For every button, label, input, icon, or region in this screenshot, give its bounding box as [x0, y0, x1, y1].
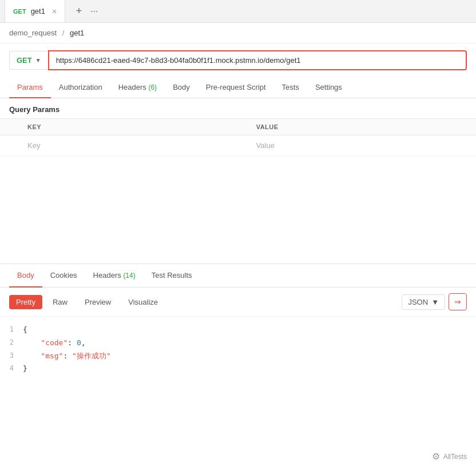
params-table: KEY VALUE Key Value — [0, 118, 476, 156]
query-params-header: Query Params — [0, 98, 476, 118]
response-tabs: Body Cookies Headers (14) Test Results — [0, 264, 476, 288]
line-num-2: 2 — [0, 337, 23, 349]
breadcrumb-separator: / — [62, 29, 65, 37]
format-pretty-button[interactable]: Pretty — [9, 295, 42, 309]
col-value-header: VALUE — [247, 119, 476, 135]
method-select[interactable]: GET ▼ — [9, 51, 48, 70]
tab-add-button[interactable]: + — [70, 2, 88, 21]
format-visualize-button[interactable]: Visualize — [121, 295, 165, 309]
tab-tests[interactable]: Tests — [274, 77, 307, 98]
res-tab-headers[interactable]: Headers (14) — [85, 264, 144, 288]
line-content-3: "msg": "操作成功" — [23, 350, 111, 362]
wrap-icon: ⇒ — [454, 297, 461, 306]
tab-more-button[interactable]: ··· — [90, 6, 98, 17]
tab-item-get1[interactable]: GET get1 × — [5, 0, 65, 22]
row-value-placeholder[interactable]: Value — [247, 135, 476, 156]
tab-close-button[interactable]: × — [52, 7, 57, 16]
res-tab-test-results[interactable]: Test Results — [144, 264, 200, 288]
tab-headers[interactable]: Headers (6) — [110, 77, 165, 98]
tab-authorization[interactable]: Authorization — [51, 77, 110, 98]
line-num-1: 1 — [0, 324, 23, 336]
url-bar: GET ▼ https://6486cd21-eaed-49c7-b8d3-b0… — [0, 43, 476, 77]
format-preview-button[interactable]: Preview — [78, 295, 118, 309]
line-content-2: "code": 0, — [23, 337, 86, 349]
table-row: Key Value — [0, 135, 476, 156]
format-bar: Pretty Raw Preview Visualize JSON ▼ ⇒ — [0, 288, 476, 317]
tab-bar: GET get1 × + ··· — [0, 0, 476, 23]
chevron-down-icon: ▼ — [35, 57, 41, 63]
breadcrumb-parent[interactable]: demo_request — [9, 29, 57, 37]
code-line-3: 3 "msg": "操作成功" — [0, 350, 476, 363]
line-num-3: 3 — [0, 350, 23, 362]
line-content-1: { — [23, 324, 27, 336]
spacer — [0, 156, 476, 259]
breadcrumb: demo_request / get1 — [0, 23, 476, 43]
res-headers-badge: (14) — [123, 272, 135, 280]
line-content-4: } — [23, 363, 27, 375]
response-section: Body Cookies Headers (14) Test Results P… — [0, 264, 476, 382]
headers-badge: (6) — [148, 83, 157, 91]
tab-params[interactable]: Params — [9, 77, 51, 98]
code-block: 1 { 2 "code": 0, 3 "msg": "操作成功" 4 } — [0, 317, 476, 382]
code-line-2: 2 "code": 0, — [0, 337, 476, 350]
url-input[interactable]: https://6486cd21-eaed-49c7-b8d3-b04fa0b0… — [48, 50, 467, 70]
format-raw-button[interactable]: Raw — [46, 295, 74, 309]
chevron-down-icon: ▼ — [431, 298, 439, 306]
request-tabs: Params Authorization Headers (6) Body Pr… — [0, 77, 476, 98]
row-key-placeholder[interactable]: Key — [18, 135, 247, 156]
code-line-1: 1 { — [0, 324, 476, 337]
line-num-4: 4 — [0, 363, 23, 375]
res-tab-cookies[interactable]: Cookies — [42, 264, 85, 288]
tab-name-label: get1 — [31, 7, 45, 15]
res-tab-body[interactable]: Body — [9, 264, 42, 288]
code-line-4: 4 } — [0, 362, 476, 376]
col-key-header: KEY — [18, 119, 247, 135]
breadcrumb-current: get1 — [70, 29, 84, 37]
method-value: GET — [17, 56, 32, 65]
wrap-button[interactable]: ⇒ — [449, 293, 467, 310]
col-checkbox-header — [0, 119, 18, 135]
tab-body[interactable]: Body — [165, 77, 198, 98]
format-type-select[interactable]: JSON ▼ — [402, 294, 445, 310]
tab-method-label: GET — [13, 8, 26, 15]
tab-pre-request-script[interactable]: Pre-request Script — [198, 77, 274, 98]
row-checkbox — [0, 135, 18, 156]
tab-settings[interactable]: Settings — [307, 77, 350, 98]
